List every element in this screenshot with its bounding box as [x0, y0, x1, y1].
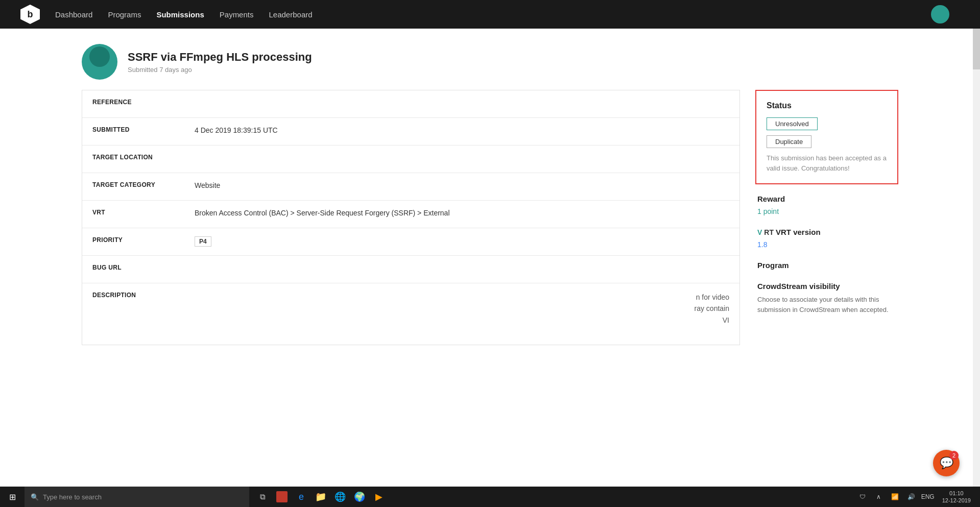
value-target-category: Website — [184, 173, 739, 198]
label-submitted: Submitted — [82, 118, 184, 141]
logo-letter: b — [28, 9, 33, 20]
chat-badge: 2 — [949, 451, 959, 460]
vrt-version-value: 1.8 — [757, 240, 896, 249]
taskbar-search-bar[interactable]: 🔍 Type here to search — [25, 487, 249, 507]
label-bug-url: Bug URL — [82, 256, 184, 279]
top-navigation: b Dashboard Programs Submissions Payment… — [0, 0, 980, 29]
sidebar-reward: Reward 1 point — [755, 195, 898, 215]
windows-icon: ⊞ — [9, 492, 16, 502]
value-description: n for video ray contain VI — [184, 283, 739, 334]
reward-value: 1 point — [757, 207, 896, 215]
value-vrt: Broken Access Control (BAC) > Server-Sid… — [184, 201, 739, 225]
vrt-rt-text: RT — [764, 228, 774, 236]
value-submitted: 4 Dec 2019 18:39:15 UTC — [184, 118, 739, 142]
page-scrollbar[interactable] — [973, 29, 980, 487]
chat-button[interactable]: 💬 2 — [933, 450, 960, 476]
scrollbar-thumb[interactable] — [973, 29, 980, 69]
row-target-location: Target Location — [82, 146, 739, 173]
tray-network-icon[interactable]: 📶 — [888, 488, 902, 506]
vrt-v-letter: V — [757, 228, 762, 236]
label-description: Description — [82, 283, 184, 307]
tray-sound-icon[interactable]: 🔊 — [904, 488, 919, 506]
nav-dashboard[interactable]: Dashboard — [55, 10, 92, 19]
taskbar-icon-group: ⧉ e 📁 🌐 🌍 ▶ — [249, 488, 392, 506]
taskbar-system-tray: 🛡 ∧ 📶 🔊 ENG 01:10 12-12-2019 — [851, 488, 980, 506]
status-card: Status Unresolved Duplicate This submiss… — [755, 90, 898, 184]
main-content: SSRF via FFmpeg HLS processing Submitted… — [0, 29, 980, 487]
status-title: Status — [767, 101, 887, 110]
taskbar-app-other[interactable]: 🌍 — [350, 488, 369, 506]
search-icon: 🔍 — [31, 493, 39, 501]
taskbar-app-chrome[interactable]: 🌐 — [331, 488, 349, 506]
label-reference: Reference — [82, 90, 184, 114]
bugcrowd-app-icon — [276, 491, 288, 502]
duplicate-button[interactable]: Duplicate — [767, 135, 811, 148]
label-priority: Priority — [82, 228, 184, 252]
detail-table: Reference Submitted 4 Dec 2019 18:39:15 … — [82, 90, 740, 345]
label-target-location: Target Location — [82, 146, 184, 169]
taskbar-time-value: 01:10 — [942, 490, 971, 497]
nav-payments[interactable]: Payments — [220, 10, 254, 19]
crowdstream-text: Choose to associate your details with th… — [757, 295, 896, 315]
status-message: This submission has been accepted as a v… — [767, 153, 887, 173]
submission-header: SSRF via FFmpeg HLS processing Submitted… — [0, 29, 980, 90]
nav-leaderboard[interactable]: Leaderboard — [269, 10, 312, 19]
submission-avatar — [82, 44, 117, 80]
tray-security-icon[interactable]: 🛡 — [855, 488, 870, 506]
user-avatar[interactable] — [931, 5, 949, 23]
value-bug-url — [184, 256, 739, 272]
sidebar-vrt-version: VRT VRT version 1.8 — [755, 228, 898, 249]
row-target-category: Target category Website — [82, 173, 739, 201]
content-area: Reference Submitted 4 Dec 2019 18:39:15 … — [0, 90, 980, 345]
program-title: Program — [757, 261, 896, 270]
description-text: n for video ray contain VI — [195, 292, 729, 326]
row-description: Description n for video ray contain VI — [82, 283, 739, 345]
nav-programs[interactable]: Programs — [108, 10, 141, 19]
row-submitted: Submitted 4 Dec 2019 18:39:15 UTC — [82, 118, 739, 146]
submission-title: SSRF via FFmpeg HLS processing — [128, 51, 312, 64]
value-target-location — [184, 146, 739, 162]
taskbar: ⊞ 🔍 Type here to search ⧉ e 📁 🌐 🌍 ▶ 🛡 ∧ … — [0, 487, 980, 507]
label-target-category: Target category — [82, 173, 184, 197]
submission-title-block: SSRF via FFmpeg HLS processing Submitted… — [128, 51, 312, 74]
row-vrt: VRT Broken Access Control (BAC) > Server… — [82, 201, 739, 228]
taskbar-app-vlc[interactable]: ▶ — [370, 488, 388, 506]
priority-badge: P4 — [195, 236, 211, 247]
vrt-version-label: VRT version — [776, 228, 821, 236]
row-reference: Reference — [82, 90, 739, 118]
sidebar-crowdstream: CrowdStream visibility Choose to associa… — [755, 282, 898, 315]
crowdstream-title: CrowdStream visibility — [757, 282, 896, 291]
taskbar-app-bugcrowd[interactable] — [273, 488, 291, 506]
sidebar-program: Program — [755, 261, 898, 270]
search-placeholder-text: Type here to search — [43, 493, 102, 501]
row-bug-url: Bug URL — [82, 256, 739, 283]
nav-links: Dashboard Programs Submissions Payments … — [55, 10, 313, 19]
submission-submitted-ago: Submitted 7 days ago — [128, 66, 312, 74]
label-vrt: VRT — [82, 201, 184, 224]
value-priority: P4 — [184, 228, 739, 255]
reward-title: Reward — [757, 195, 896, 203]
tray-up-arrow[interactable]: ∧ — [872, 488, 886, 506]
sidebar: Status Unresolved Duplicate This submiss… — [755, 90, 898, 345]
logo[interactable]: b — [20, 5, 40, 24]
taskbar-date-value: 12-12-2019 — [942, 497, 971, 504]
taskbar-app-files[interactable]: 📁 — [312, 488, 330, 506]
vrt-version-title: VRT VRT version — [757, 228, 896, 236]
taskbar-clock: 01:10 12-12-2019 — [937, 490, 976, 504]
row-priority: Priority P4 — [82, 228, 739, 256]
unresolved-button[interactable]: Unresolved — [767, 117, 818, 130]
taskbar-app-edge[interactable]: e — [292, 488, 310, 506]
start-button[interactable]: ⊞ — [0, 487, 25, 507]
tray-language[interactable]: ENG — [921, 488, 935, 506]
value-reference — [184, 90, 739, 107]
task-view-icon[interactable]: ⧉ — [253, 488, 272, 506]
nav-submissions[interactable]: Submissions — [156, 10, 204, 19]
